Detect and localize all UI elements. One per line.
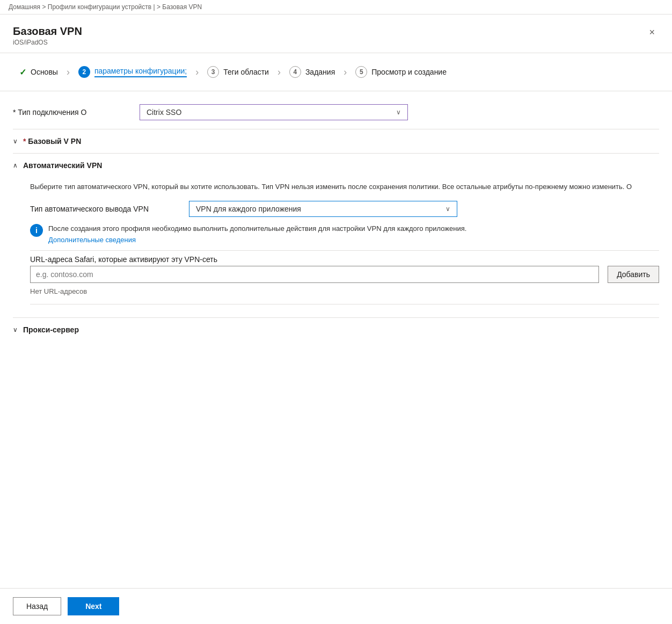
step-review[interactable]: 5 Просмотр и создание: [349, 62, 453, 82]
breadcrumb-home[interactable]: Домашняя >: [9, 3, 46, 11]
more-info-link[interactable]: Дополнительные сведения: [48, 236, 466, 244]
wizard-steps: ✓ Основы › 2 параметры конфигурации; › 3…: [0, 53, 672, 91]
step-assignments[interactable]: 4 Задания: [283, 62, 341, 82]
info-box-text: После создания этого профиля необходимо …: [48, 223, 466, 234]
auto-vpn-info-text: Выберите тип автоматического VPN, которы…: [30, 182, 659, 192]
url-field-row: URL-адреса Safari, которые активируют эт…: [30, 255, 659, 283]
step-divider-3: ›: [277, 67, 281, 78]
close-button[interactable]: ×: [645, 25, 659, 39]
connection-type-arrow: ∨: [396, 108, 401, 116]
footer: Назад Next: [0, 588, 672, 624]
step-divider-1: ›: [67, 67, 70, 78]
step-check-icon: ✓: [19, 67, 26, 77]
step-basics[interactable]: ✓ Основы: [13, 63, 64, 82]
info-icon: i: [30, 224, 43, 237]
step-divider-4: ›: [344, 67, 347, 78]
panel-header: Базовая VPN iOS/iPadOS ×: [0, 14, 672, 53]
back-button[interactable]: Назад: [13, 597, 61, 615]
step-assignments-number: 4: [289, 66, 301, 78]
next-button[interactable]: Next: [68, 597, 119, 615]
panel-title: Базовая VPN: [13, 25, 82, 38]
url-field-area: URL-адреса Safari, которые активируют эт…: [30, 255, 659, 300]
basic-vpn-section: ∨ * Базовый V PN: [13, 129, 659, 153]
breadcrumb: Домашняя > Профили конфигурации устройст…: [0, 0, 672, 14]
step-config[interactable]: 2 параметры конфигурации;: [72, 62, 193, 82]
proxy-section: ∨ Прокси-сервер: [13, 317, 659, 342]
step-divider-2: ›: [195, 67, 199, 78]
step-config-label: параметры конфигурации;: [94, 67, 187, 77]
step-scope[interactable]: 3 Теги области: [201, 62, 275, 82]
content-area: * Тип подключения О Citrix SSO ∨ ∨ * Баз…: [0, 91, 672, 354]
connection-type-dropdown[interactable]: Citrix SSO ∨: [140, 104, 408, 120]
step-review-number: 5: [355, 66, 367, 78]
breadcrumb-current: Базовая VPN: [162, 3, 202, 11]
basic-vpn-header[interactable]: ∨ * Базовый V PN: [13, 129, 659, 153]
auto-vpn-arrow: ∧: [13, 162, 18, 169]
auto-vpn-type-row: Тип автоматического вывода VPN VPN для к…: [30, 201, 659, 217]
connection-type-label: * Тип подключения О: [13, 108, 131, 117]
auto-vpn-header[interactable]: ∧ Автоматический VPN: [13, 154, 659, 177]
auto-vpn-type-value: VPN для каждого приложения: [196, 205, 301, 213]
auto-vpn-content: Выберите тип автоматического VPN, которы…: [13, 177, 659, 317]
step-scope-label: Теги области: [223, 68, 269, 76]
auto-vpn-type-dropdown[interactable]: VPN для каждого приложения ∨: [189, 201, 457, 217]
panel-subtitle: iOS/iPadOS: [13, 39, 82, 46]
info-box: i После создания этого профиля необходим…: [30, 223, 659, 244]
no-urls-text: Нет URL-адресов: [30, 287, 659, 300]
step-assignments-label: Задания: [305, 68, 335, 76]
panel-title-area: Базовая VPN iOS/iPadOS: [13, 25, 82, 46]
step-config-number: 2: [78, 66, 90, 78]
url-input[interactable]: [30, 266, 599, 283]
url-field-label: URL-адреса Safari, которые активируют эт…: [30, 255, 599, 264]
auto-vpn-type-label: Тип автоматического вывода VPN: [30, 205, 180, 213]
auto-vpn-section: ∧ Автоматический VPN Выберите тип автома…: [13, 153, 659, 317]
step-basics-label: Основы: [31, 68, 58, 76]
divider-1: [30, 250, 659, 251]
proxy-header[interactable]: ∨ Прокси-сервер: [13, 318, 659, 342]
divider-2: [30, 304, 659, 304]
basic-vpn-arrow: ∨: [13, 137, 18, 145]
proxy-title: Прокси-сервер: [23, 325, 79, 334]
step-review-label: Просмотр и создание: [371, 68, 447, 76]
add-button[interactable]: Добавить: [608, 266, 659, 283]
url-input-group: URL-адреса Safari, которые активируют эт…: [30, 255, 599, 283]
connection-type-row: * Тип подключения О Citrix SSO ∨: [13, 104, 659, 120]
auto-vpn-title: Автоматический VPN: [23, 161, 102, 170]
auto-vpn-type-arrow: ∨: [445, 205, 450, 213]
connection-type-value: Citrix SSO: [147, 108, 181, 117]
basic-vpn-required-star: *: [23, 137, 28, 146]
step-scope-number: 3: [207, 66, 219, 78]
info-box-content: После создания этого профиля необходимо …: [48, 223, 466, 244]
main-panel: Базовая VPN iOS/iPadOS × ✓ Основы › 2 па…: [0, 14, 672, 605]
basic-vpn-title: * Базовый V PN: [23, 137, 81, 146]
proxy-arrow: ∨: [13, 326, 18, 333]
breadcrumb-profiles[interactable]: Профили конфигурации устройств | >: [48, 3, 160, 11]
